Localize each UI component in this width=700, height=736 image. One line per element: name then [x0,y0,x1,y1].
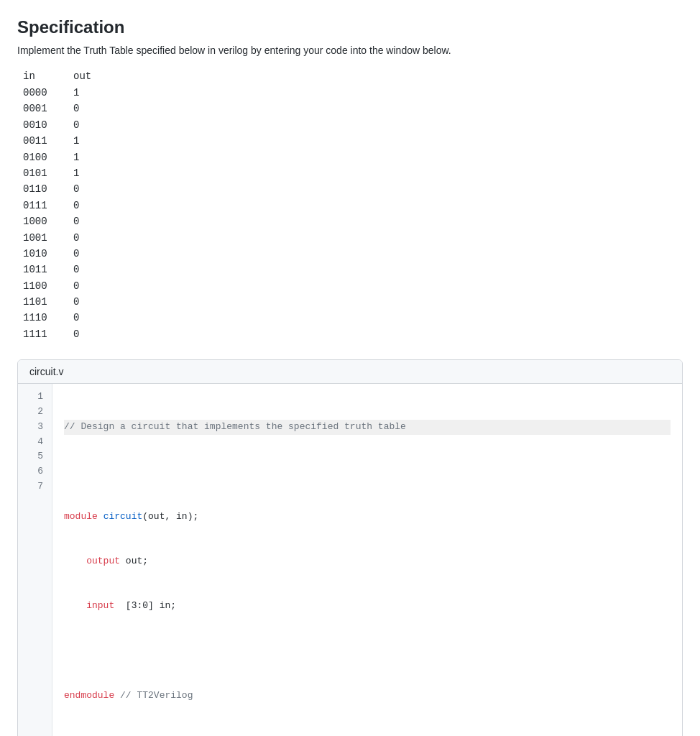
code-line-5: input [3:0] in; [64,599,671,614]
tt-out-0: 1 [73,85,88,101]
tt-in-15: 1111 [23,326,52,342]
tt-in-11: 1011 [23,262,52,277]
truth-table: in out 00001 00010 00100 00111 01001 010… [17,70,683,342]
tt-out-9: 0 [73,230,88,246]
tt-out-7: 0 [73,198,88,213]
tt-in-4: 0100 [23,150,52,165]
tt-out-4: 1 [73,150,88,165]
tt-in-6: 0110 [23,181,52,197]
code-editor[interactable]: 1 2 3 4 5 6 7 // Design a circuit that i… [18,384,682,736]
line-number-4: 4 [27,435,43,450]
line-number-3: 3 [27,420,43,435]
tt-out-1: 0 [73,101,88,116]
tt-in-0: 0000 [23,85,52,101]
tt-out-5: 1 [73,165,88,181]
tt-in-12: 1100 [23,278,52,294]
code-line-3: module circuit(out, in); [64,510,671,525]
code-panel: circuit.v 1 2 3 4 5 6 7 // Design a circ… [17,359,683,736]
line-number-6: 6 [27,464,43,479]
tt-out-14: 0 [73,310,88,326]
tt-in-13: 1101 [23,294,52,310]
tt-out-13: 0 [73,294,88,310]
tt-in-10: 1010 [23,246,52,262]
tt-in-9: 1001 [23,230,52,246]
tt-in-14: 1110 [23,310,52,326]
line-numbers: 1 2 3 4 5 6 7 [18,384,52,736]
code-line-2 [64,464,671,479]
line-number-2: 2 [27,405,43,420]
page-title: Specification [17,17,683,37]
tt-out-2: 0 [73,117,88,133]
code-line-4: output out; [64,554,671,569]
tt-out-15: 0 [73,326,88,342]
line-number-1: 1 [27,390,43,405]
tt-in-5: 0101 [23,165,52,181]
tt-out-11: 0 [73,262,88,277]
tt-out-8: 0 [73,213,88,229]
code-line-7: endmodule // TT2Verilog [64,689,671,704]
tt-in-7: 0111 [23,198,52,213]
tt-out-12: 0 [73,278,88,294]
tt-out-6: 0 [73,181,88,197]
tt-in-2: 0010 [23,117,52,133]
truth-table-out-header: out [73,70,88,82]
tt-out-3: 1 [73,133,88,149]
tt-in-8: 1000 [23,213,52,229]
line-number-7: 7 [27,479,43,494]
line-number-5: 5 [27,449,43,464]
code-content[interactable]: // Design a circuit that implements the … [52,384,682,736]
code-line-6 [64,644,671,659]
code-line-1: // Design a circuit that implements the … [64,420,671,435]
tt-in-1: 0001 [23,101,52,116]
code-panel-filename: circuit.v [18,360,682,384]
page-description: Implement the Truth Table specified belo… [17,45,683,56]
tt-out-10: 0 [73,246,88,262]
tt-in-3: 0011 [23,133,52,149]
truth-table-in-header: in [23,70,52,82]
